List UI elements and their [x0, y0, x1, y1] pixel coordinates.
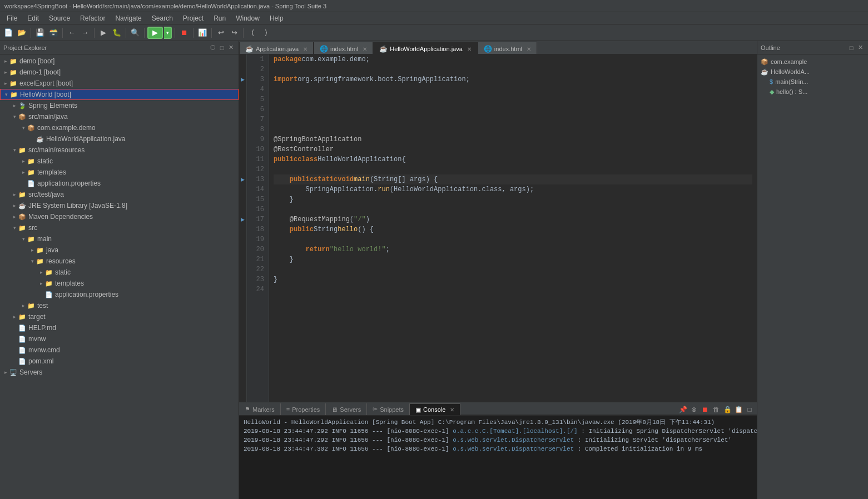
margin-6	[239, 104, 246, 114]
tree-item-17[interactable]: ▾📁main	[0, 233, 239, 244]
tree-item-25[interactable]: 📄HELP.md	[0, 322, 239, 333]
toolbar-redo[interactable]: ↪	[228, 27, 240, 39]
toolbar-back[interactable]: ←	[66, 27, 78, 39]
tree-item-19[interactable]: ▾📁resources	[0, 256, 239, 267]
tree-item-3[interactable]: ▸📁excelExport [boot]	[0, 78, 239, 89]
menu-item-source[interactable]: Source	[44, 13, 75, 23]
outline-hello[interactable]: ◆ hello() : S...	[757, 87, 868, 97]
menu-item-project[interactable]: Project	[178, 13, 208, 23]
console-scroll-lock[interactable]: 🔒	[722, 405, 732, 415]
tree-item-7[interactable]: ▾📦com.example.demo	[0, 122, 239, 133]
tree-item-23[interactable]: ▸📁test	[0, 300, 239, 311]
menu-item-edit[interactable]: Edit	[23, 13, 43, 23]
console-link-1[interactable]: o.a.c.c.C.[Tomcat].[localhost].[/]	[453, 428, 577, 435]
tree-label-19: resources	[46, 257, 76, 265]
tree-item-6[interactable]: ▾📦src/main/java	[0, 111, 239, 122]
tab-snippets[interactable]: ✂ Snippets	[367, 403, 410, 415]
outline-close[interactable]: ✕	[856, 43, 865, 52]
menu-item-refactor[interactable]: Refactor	[76, 13, 110, 23]
outline-main[interactable]: $ main(Strin...	[757, 77, 868, 87]
code-content[interactable]: package com.example.demo; import org.spr…	[269, 54, 757, 402]
tree-item-5[interactable]: ▸🍃Spring Elements	[0, 100, 239, 111]
toolbar-forward[interactable]: →	[79, 27, 91, 39]
menu-item-file[interactable]: File	[2, 13, 22, 23]
toolbar-debug-prev[interactable]: 🐛	[111, 27, 123, 39]
tab-console-close[interactable]: ✕	[450, 407, 454, 413]
tree-item-9[interactable]: ▾📁src/main/resources	[0, 144, 239, 156]
toolbar-prev-edit[interactable]: ⟨	[246, 27, 259, 39]
run-dropdown[interactable]: ▾	[164, 27, 172, 39]
tree-item-4[interactable]: ▾📁HelloWorld [boot]	[0, 89, 239, 100]
tree-item-21[interactable]: ▸📁templates	[0, 278, 239, 289]
tree-item-24[interactable]: ▸📁target	[0, 311, 239, 322]
tab-helloworldapp[interactable]: ☕ HelloWorldApplication.java ✕	[373, 42, 478, 54]
tree-item-27[interactable]: 📄mvnw.cmd	[0, 345, 239, 356]
explorer-maximize[interactable]: □	[217, 43, 226, 52]
tree-item-18[interactable]: ▸📁java	[0, 244, 239, 256]
tab-index2[interactable]: 🌐 index.html ✕	[478, 42, 537, 54]
code-editor[interactable]: ▶ ▶ ▶	[239, 54, 757, 402]
tree-item-22[interactable]: 📄application.properties	[0, 289, 239, 300]
toolbar-save[interactable]: 💾	[34, 27, 46, 39]
tab-console[interactable]: ▣ Console ✕	[410, 403, 460, 415]
outline-maximize[interactable]: □	[847, 43, 856, 52]
explorer-minimize[interactable]: ⬡	[209, 43, 217, 52]
tab-application[interactable]: ☕ Application.java ✕	[239, 42, 314, 54]
tree-item-12[interactable]: 📄application.properties	[0, 178, 239, 189]
tree-item-8[interactable]: ☕HelloWorldApplication.java	[0, 133, 239, 144]
menu-item-search[interactable]: Search	[147, 13, 177, 23]
separator-2	[62, 28, 63, 38]
outline-package[interactable]: 📦 com.example	[757, 57, 868, 67]
console-stop[interactable]: ⏹	[700, 405, 710, 415]
margin-2	[239, 64, 246, 74]
tab-index2-close[interactable]: ✕	[527, 46, 531, 52]
toolbar-undo[interactable]: ↩	[215, 27, 227, 39]
toolbar-next-edit[interactable]: ⟩	[260, 27, 272, 39]
tree-item-2[interactable]: ▸📁demo-1 [boot]	[0, 67, 239, 78]
tab-properties[interactable]: ≡ Properties	[281, 403, 326, 415]
tab-index1-close[interactable]: ✕	[363, 46, 367, 52]
run-button[interactable]: ▶	[147, 27, 163, 39]
tab-index1[interactable]: 🌐 index.html ✕	[314, 42, 373, 54]
console-link-3[interactable]: o.s.web.servlet.DispatcherServlet	[453, 446, 574, 452]
console-maximize[interactable]: □	[745, 405, 755, 415]
tree-item-16[interactable]: ▾📁src	[0, 222, 239, 233]
menu-item-run[interactable]: Run	[209, 13, 230, 23]
explorer-close[interactable]: ✕	[226, 43, 235, 52]
tree-item-26[interactable]: 📄mvnw	[0, 333, 239, 345]
menu-item-window[interactable]: Window	[231, 13, 264, 23]
tree-item-11[interactable]: ▸📁templates	[0, 167, 239, 178]
tree-item-14[interactable]: ▸☕JRE System Library [JavaSE-1.8]	[0, 200, 239, 211]
outline-class[interactable]: ☕ HelloWorldA...	[757, 67, 868, 77]
toolbar-saveall[interactable]: 🗃️	[47, 27, 59, 39]
toolbar-stop[interactable]: ⏹	[178, 27, 190, 39]
tree-item-20[interactable]: ▸📁static	[0, 267, 239, 278]
tab-servers[interactable]: 🖥 Servers	[326, 403, 367, 415]
menu-item-navigate[interactable]: Navigate	[111, 13, 146, 23]
ln-24: 24	[249, 285, 266, 295]
console-close-all[interactable]: ⊗	[689, 405, 699, 415]
console-copy[interactable]: 📋	[733, 405, 743, 415]
tree-item-28[interactable]: 📄pom.xml	[0, 356, 239, 367]
toolbar-run-prev[interactable]: ▶	[97, 27, 110, 39]
tree-item-29[interactable]: ▸🖥️Servers	[0, 367, 239, 378]
toolbar-search[interactable]: 🔍	[129, 27, 141, 39]
tree-item-15[interactable]: ▸📦Maven Dependencies	[0, 211, 239, 222]
console-clear[interactable]: 🗑	[711, 405, 721, 415]
toolbar-open[interactable]: 📂	[16, 27, 28, 39]
toolbar-new[interactable]: 📄	[2, 27, 14, 39]
outline-panel: Outline □ ✕ 📦 com.example ☕ HelloWorldA.…	[757, 41, 868, 499]
tree-item-13[interactable]: ▸📁src/test/java	[0, 189, 239, 200]
console-link-2[interactable]: o.s.web.servlet.DispatcherServlet	[453, 437, 574, 443]
ln-9: 9	[249, 134, 266, 144]
toolbar-profile[interactable]: 📊	[196, 27, 209, 39]
code-line-4	[274, 84, 752, 94]
tree-item-10[interactable]: ▸📁static	[0, 156, 239, 167]
tree-item-1[interactable]: ▸📁demo [boot]	[0, 56, 239, 67]
tab-markers[interactable]: ⚑ Markers	[239, 403, 281, 415]
console-pin[interactable]: 📌	[678, 405, 688, 415]
snippets-icon: ✂	[373, 406, 378, 413]
tab-helloworldapp-close[interactable]: ✕	[467, 46, 472, 52]
menu-item-help[interactable]: Help	[265, 13, 288, 23]
tab-application-close[interactable]: ✕	[303, 46, 307, 52]
